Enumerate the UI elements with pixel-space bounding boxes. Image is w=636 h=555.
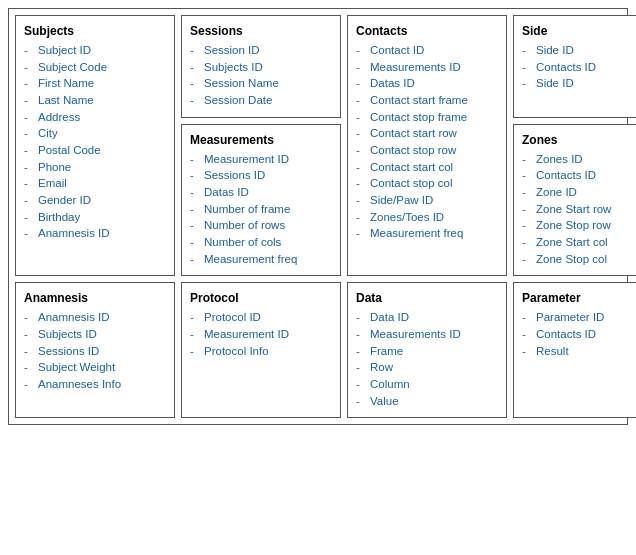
list-item: -Column	[356, 376, 500, 393]
zones-list: -Zones ID -Contacts ID -Zone ID -Zone St…	[522, 151, 636, 268]
list-item: -Subject Code	[24, 59, 168, 76]
list-item: -Zone Start col	[522, 234, 636, 251]
list-item: -Contacts ID	[522, 326, 636, 343]
data-card: Data -Data ID -Measurements ID -Frame -R…	[347, 282, 507, 418]
list-item: -Contact stop frame	[356, 109, 500, 126]
list-item: -City	[24, 125, 168, 142]
list-item: -Value	[356, 393, 500, 410]
list-item: -Side ID	[522, 42, 636, 59]
list-item: -Measurement ID	[190, 326, 334, 343]
anamnesis-card: Anamnesis -Anamnesis ID -Subjects ID -Se…	[15, 282, 175, 418]
list-item: -Anamnesis ID	[24, 225, 168, 242]
list-item: -Session Name	[190, 75, 334, 92]
list-item: -Measurement freq	[356, 225, 500, 242]
list-item: -Side/Paw ID	[356, 192, 500, 209]
measurements-list: -Measurement ID -Sessions ID -Datas ID -…	[190, 151, 334, 268]
list-item: -Contact start col	[356, 159, 500, 176]
list-item: -Side ID	[522, 75, 636, 92]
list-item: -Number of cols	[190, 234, 334, 251]
list-item: -Address	[24, 109, 168, 126]
list-item: -Protocol Info	[190, 343, 334, 360]
list-item: -Number of frame	[190, 201, 334, 218]
list-item: -Datas ID	[356, 75, 500, 92]
list-item: -Measurements ID	[356, 59, 500, 76]
list-item: -Result	[522, 343, 636, 360]
parameter-card: Parameter -Parameter ID -Contacts ID -Re…	[513, 282, 636, 418]
side-list: -Side ID -Contacts ID -Side ID	[522, 42, 636, 92]
list-item: -Subject ID	[24, 42, 168, 59]
list-item: -Data ID	[356, 309, 500, 326]
list-item: -Parameter ID	[522, 309, 636, 326]
list-item: -Birthday	[24, 209, 168, 226]
parameter-title: Parameter	[522, 291, 636, 305]
list-item: -Protocol ID	[190, 309, 334, 326]
list-item: -Subject Weight	[24, 359, 168, 376]
erd-diagram: Subjects -Subject ID -Subject Code -Firs…	[8, 8, 628, 425]
data-list: -Data ID -Measurements ID -Frame -Row -C…	[356, 309, 500, 409]
list-item: -Gender ID	[24, 192, 168, 209]
list-item: -Postal Code	[24, 142, 168, 159]
list-item: -Session Date	[190, 92, 334, 109]
list-item: -Last Name	[24, 92, 168, 109]
measurements-card: Measurements -Measurement ID -Sessions I…	[181, 124, 341, 277]
sessions-list: -Session ID -Subjects ID -Session Name -…	[190, 42, 334, 109]
list-item: -Row	[356, 359, 500, 376]
list-item: -Zones/Toes ID	[356, 209, 500, 226]
zones-card: Zones -Zones ID -Contacts ID -Zone ID -Z…	[513, 124, 636, 277]
list-item: -Contact start frame	[356, 92, 500, 109]
list-item: -Anamnesis ID	[24, 309, 168, 326]
list-item: -Zone Start row	[522, 201, 636, 218]
list-item: -Measurement ID	[190, 151, 334, 168]
side-title: Side	[522, 24, 636, 38]
zones-title: Zones	[522, 133, 636, 147]
list-item: -Zones ID	[522, 151, 636, 168]
protocol-card: Protocol -Protocol ID -Measurement ID -P…	[181, 282, 341, 418]
list-item: -Zone Stop col	[522, 251, 636, 268]
list-item: -Phone	[24, 159, 168, 176]
data-title: Data	[356, 291, 500, 305]
list-item: -Sessions ID	[24, 343, 168, 360]
list-item: -Frame	[356, 343, 500, 360]
list-item: -Anamneses Info	[24, 376, 168, 393]
list-item: -Contact ID	[356, 42, 500, 59]
contacts-list: -Contact ID -Measurements ID -Datas ID -…	[356, 42, 500, 242]
contacts-card: Contacts -Contact ID -Measurements ID -D…	[347, 15, 507, 276]
list-item: -Sessions ID	[190, 167, 334, 184]
sessions-title: Sessions	[190, 24, 334, 38]
list-item: -Email	[24, 175, 168, 192]
protocol-list: -Protocol ID -Measurement ID -Protocol I…	[190, 309, 334, 359]
contacts-title: Contacts	[356, 24, 500, 38]
list-item: -Number of rows	[190, 217, 334, 234]
list-item: -Zone ID	[522, 184, 636, 201]
protocol-title: Protocol	[190, 291, 334, 305]
list-item: -Session ID	[190, 42, 334, 59]
list-item: -Contact start row	[356, 125, 500, 142]
list-item: -Zone Stop row	[522, 217, 636, 234]
anamnesis-list: -Anamnesis ID -Subjects ID -Sessions ID …	[24, 309, 168, 392]
list-item: -Contact stop col	[356, 175, 500, 192]
list-item: -Contacts ID	[522, 167, 636, 184]
parameter-list: -Parameter ID -Contacts ID -Result	[522, 309, 636, 359]
subjects-list: -Subject ID -Subject Code -First Name -L…	[24, 42, 168, 242]
side-card: Side -Side ID -Contacts ID -Side ID	[513, 15, 636, 118]
list-item: -Contact stop row	[356, 142, 500, 159]
list-item: -Measurement freq	[190, 251, 334, 268]
measurements-title: Measurements	[190, 133, 334, 147]
list-item: -Datas ID	[190, 184, 334, 201]
list-item: -Subjects ID	[24, 326, 168, 343]
list-item: -Subjects ID	[190, 59, 334, 76]
subjects-title: Subjects	[24, 24, 168, 38]
subjects-card: Subjects -Subject ID -Subject Code -Firs…	[15, 15, 175, 276]
list-item: -First Name	[24, 75, 168, 92]
anamnesis-title: Anamnesis	[24, 291, 168, 305]
list-item: -Contacts ID	[522, 59, 636, 76]
sessions-card: Sessions -Session ID -Subjects ID -Sessi…	[181, 15, 341, 118]
list-item: -Measurements ID	[356, 326, 500, 343]
